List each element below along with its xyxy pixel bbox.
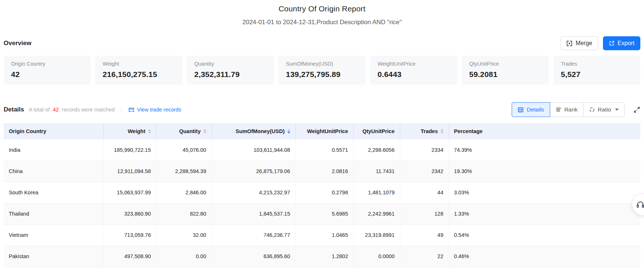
stat-card-trades: Trades 5,527	[553, 56, 640, 85]
cell-sumofmoney-usd: 746,236.77	[211, 224, 295, 246]
details-left: Details A total of 42 records were match…	[4, 106, 181, 113]
cell-trades: 128	[400, 203, 449, 224]
report-subtitle: 2024-01-01 to 2024-12-31,Product Descrip…	[4, 19, 640, 26]
stat-card-qtyunitprice: QtyUnitPrice 59.2081	[462, 56, 549, 85]
export-button[interactable]: Export	[603, 36, 640, 50]
column-label: SumOfMoney(USD)	[236, 128, 285, 134]
cell-quantity: 45,076.00	[156, 139, 211, 161]
cell-origin-country: India	[4, 139, 103, 161]
stat-card-value: 216,150,275.15	[103, 70, 175, 79]
tab-ratio-label: Ratio	[598, 106, 611, 113]
details-table: Origin CountryWeightQuantitySumOfMoney(U…	[4, 123, 640, 267]
details-right: Details Rank Ratio	[512, 102, 640, 117]
cell-qtyunitprice: 0.0000	[353, 246, 400, 267]
cell-sumofmoney-usd: 26,875,179.06	[211, 161, 295, 182]
cell-origin-country: Vietnam	[4, 224, 103, 246]
export-button-label: Export	[618, 40, 634, 47]
table-row-pakistan[interactable]: Pakistan497,508.900.00636,895.601.28020.…	[4, 246, 640, 267]
stat-card-label: QtyUnitPrice	[469, 61, 541, 67]
table-row-vietnam[interactable]: Vietnam713,059.7632.00746,236.771.046523…	[4, 224, 640, 246]
cell-sumofmoney-usd: 103,611,944.08	[211, 139, 295, 161]
cell-origin-country: Pakistan	[4, 246, 103, 267]
cell-trades: 22	[400, 246, 449, 267]
stat-card-sumofmoney-usd: SumOfMoney(USD) 139,275,795.89	[279, 56, 365, 85]
table-row-thailand[interactable]: Thailand323,860.90822.801,845,537.155.69…	[4, 203, 640, 224]
stat-card-value: 139,275,795.89	[286, 70, 358, 79]
stat-card-quantity: Quantity 2,352,311.79	[187, 56, 274, 85]
view-trade-records-link[interactable]: View trade records	[128, 107, 181, 113]
cell-sumofmoney-usd: 636,895.60	[211, 246, 295, 267]
cell-weightunitprice: 0.5571	[295, 139, 353, 161]
cell-weightunitprice: 5.6985	[295, 203, 353, 224]
cell-quantity: 32.00	[156, 224, 211, 246]
cell-qtyunitprice: 2,242.9961	[353, 203, 400, 224]
column-label: Weight	[128, 128, 145, 134]
cell-weightunitprice: 1.0465	[295, 224, 353, 246]
tab-rank-label: Rank	[564, 106, 578, 113]
stat-card-weightunitprice: WeightUnitPrice 0.6443	[370, 56, 457, 85]
stat-card-label: SumOfMoney(USD)	[286, 61, 358, 67]
tab-ratio[interactable]: Ratio	[583, 102, 625, 117]
trade-records-icon	[128, 107, 135, 113]
stat-card-label: Trades	[561, 61, 633, 67]
cell-weightunitprice: 0.2798	[295, 182, 353, 203]
match-suffix: records were matched	[62, 107, 114, 113]
column-label: Trades	[421, 128, 438, 134]
sort-icon[interactable]	[203, 129, 206, 134]
column-header-trades[interactable]: Trades	[400, 123, 449, 139]
column-header-weightunitprice: WeightUnitPrice	[295, 123, 353, 139]
cell-quantity: 2,846.00	[156, 182, 211, 203]
rank-icon	[556, 107, 562, 113]
cell-weightunitprice: 2.0816	[295, 161, 353, 182]
cell-trades: 2334	[400, 139, 449, 161]
cell-origin-country: China	[4, 161, 103, 182]
cell-weight: 15,063,937.99	[103, 182, 156, 203]
cell-weight: 185,990,722.15	[103, 139, 156, 161]
cell-percentage: 0.54%	[449, 224, 640, 246]
cell-qtyunitprice: 23,319.8991	[353, 224, 400, 246]
ratio-icon	[589, 107, 595, 113]
cell-percentage: 1.33%	[449, 203, 640, 224]
fullscreen-button[interactable]	[633, 106, 640, 113]
tab-details[interactable]: Details	[512, 102, 550, 117]
table-row-india[interactable]: India185,990,722.1545,076.00103,611,944.…	[4, 139, 640, 161]
cell-sumofmoney-usd: 1,845,537.15	[211, 203, 295, 224]
stat-card-label: Weight	[103, 61, 175, 67]
cell-weight: 713,059.76	[103, 224, 156, 246]
merge-button-label: Merge	[575, 40, 592, 47]
vertical-divider	[121, 107, 122, 113]
column-header-origin-country: Origin Country	[4, 123, 103, 139]
cell-weight: 323,860.90	[103, 203, 156, 224]
stat-card-value: 42	[11, 70, 83, 79]
sort-icon[interactable]	[441, 129, 444, 134]
cell-quantity: 0.00	[156, 246, 211, 267]
sort-icon[interactable]	[148, 129, 151, 134]
cell-sumofmoney-usd: 4,215,232.97	[211, 182, 295, 203]
table-row-china[interactable]: China12,911,094.582,288,594.3926,875,179…	[4, 161, 640, 182]
column-header-weight[interactable]: Weight	[103, 123, 156, 139]
column-label: Quantity	[179, 128, 201, 134]
column-header-sumofmoney-usd[interactable]: SumOfMoney(USD)	[211, 123, 295, 139]
stat-card-value: 59.2081	[469, 70, 541, 79]
cell-qtyunitprice: 11.7431	[353, 161, 400, 182]
cell-origin-country: Thailand	[4, 203, 103, 224]
column-label: WeightUnitPrice	[307, 128, 348, 134]
cell-qtyunitprice: 2,298.6056	[353, 139, 400, 161]
column-label: Origin Country	[9, 128, 46, 134]
cell-trades: 44	[400, 182, 449, 203]
table-row-south-korea[interactable]: South Korea15,063,937.992,846.004,215,23…	[4, 182, 640, 203]
export-icon	[609, 40, 615, 46]
stat-card-value: 5,527	[561, 70, 633, 79]
tab-rank[interactable]: Rank	[550, 102, 584, 117]
cell-trades: 49	[400, 224, 449, 246]
stat-card-weight: Weight 216,150,275.15	[95, 56, 182, 85]
tab-details-label: Details	[527, 106, 544, 113]
cell-weight: 12,911,094.58	[103, 161, 156, 182]
cell-quantity: 2,288,594.39	[156, 161, 211, 182]
sort-icon[interactable]	[287, 129, 290, 134]
merge-button[interactable]: Merge	[560, 36, 598, 50]
details-bar: Details A total of 42 records were match…	[4, 102, 640, 117]
column-header-qtyunitprice: QtyUnitPrice	[353, 123, 400, 139]
table-header-row: Origin CountryWeightQuantitySumOfMoney(U…	[4, 123, 640, 139]
column-header-quantity[interactable]: Quantity	[156, 123, 211, 139]
